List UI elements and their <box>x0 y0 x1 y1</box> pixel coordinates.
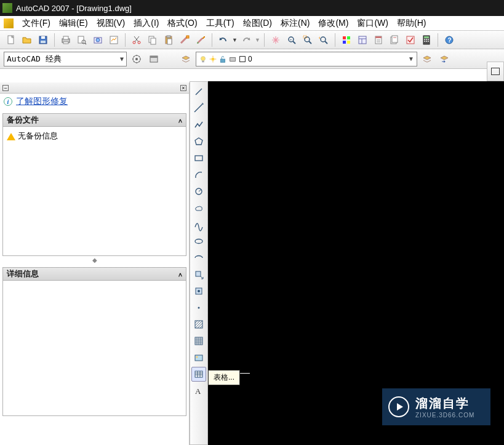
svg-line-9 <box>85 43 86 44</box>
recovery-help-link[interactable]: 了解图形修复 <box>16 96 68 107</box>
detail-section-header[interactable]: 详细信息 ʌ <box>2 267 186 281</box>
menu-modify[interactable]: 修改(M) <box>318 18 348 29</box>
svg-rect-62 <box>230 57 236 61</box>
watermark-main: 溜溜自学 <box>415 395 474 412</box>
panel-resizer[interactable]: ◆ <box>0 256 189 263</box>
publish-icon[interactable] <box>90 33 105 47</box>
plot-icon[interactable] <box>106 33 121 47</box>
ellipse-arc-icon[interactable] <box>191 251 206 265</box>
menu-window[interactable]: 窗口(W) <box>357 18 388 29</box>
svg-line-28 <box>325 41 327 44</box>
polyline-icon[interactable] <box>191 118 206 132</box>
menu-draw[interactable]: 绘图(D) <box>243 18 272 29</box>
menu-tools[interactable]: 工具(T) <box>206 18 234 29</box>
right-tool-button[interactable] <box>487 62 504 81</box>
menu-help[interactable]: 帮助(H) <box>397 18 426 29</box>
workspace-settings-icon[interactable] <box>129 52 144 66</box>
properties-icon[interactable] <box>339 33 354 47</box>
detail-header-label: 详细信息 <box>7 268 39 279</box>
menu-dimension[interactable]: 标注(N) <box>281 18 310 29</box>
rectangle-icon[interactable] <box>191 151 206 166</box>
drawing-canvas[interactable]: 溜溜自学 ZIXUE.3D66.COM <box>208 81 504 445</box>
layer-previous-icon[interactable] <box>437 52 452 66</box>
polygon-icon[interactable] <box>191 134 206 149</box>
menu-format[interactable]: 格式(O) <box>167 18 197 29</box>
workspace-lock-icon[interactable] <box>146 52 161 66</box>
chevron-up-icon: ʌ <box>178 117 182 124</box>
layer-states-icon[interactable] <box>420 52 434 66</box>
table-icon[interactable]: 表格... <box>191 367 206 382</box>
gradient-icon[interactable] <box>191 334 206 348</box>
point-icon[interactable] <box>191 300 206 315</box>
svg-line-22 <box>293 41 295 44</box>
save-icon[interactable] <box>36 33 50 47</box>
rectangle-icon <box>491 68 500 75</box>
workspace-select[interactable]: AutoCAD 经典 ▼ <box>4 52 127 66</box>
xline-icon[interactable] <box>191 101 206 116</box>
layer-select[interactable]: 0 ▼ <box>196 52 417 66</box>
markup-icon[interactable] <box>403 33 418 47</box>
separator <box>54 33 55 47</box>
svg-marker-66 <box>195 138 202 145</box>
title-bar: AutoCAD 2007 - [Drawing1.dwg] <box>0 0 504 16</box>
svg-rect-31 <box>343 41 346 44</box>
svg-point-74 <box>198 307 200 309</box>
circle-icon[interactable] <box>191 184 206 199</box>
menu-view[interactable]: 视图(V) <box>97 18 126 29</box>
arc-icon[interactable] <box>191 167 206 182</box>
cut-icon[interactable] <box>129 33 144 47</box>
tooltip: 表格... <box>208 370 240 385</box>
designcenter-icon[interactable] <box>355 33 370 47</box>
block-insert-icon[interactable] <box>191 267 206 282</box>
text-icon[interactable]: A <box>191 383 206 398</box>
drawing-area-wrap: 表格... A 溜溜自学 ZIXUE.3D66.COM <box>190 81 504 445</box>
redo-icon[interactable] <box>239 33 254 47</box>
calc-icon[interactable] <box>419 33 434 47</box>
menu-bar: 文件(F) 编辑(E) 视图(V) 插入(I) 格式(O) 工具(T) 绘图(D… <box>0 16 504 31</box>
collapse-icon[interactable]: − <box>2 85 9 91</box>
open-icon[interactable] <box>20 33 34 47</box>
spline-icon[interactable] <box>191 217 206 232</box>
revcloud-icon[interactable] <box>191 201 206 215</box>
pan-icon[interactable] <box>268 33 283 47</box>
menu-insert[interactable]: 插入(I) <box>134 18 159 29</box>
menu-icon[interactable] <box>4 18 14 28</box>
zoom-realtime-icon[interactable]: + <box>284 33 299 47</box>
menu-file[interactable]: 文件(F) <box>22 18 50 29</box>
svg-rect-61 <box>221 59 225 62</box>
svg-point-70 <box>195 239 202 244</box>
svg-rect-29 <box>343 36 346 39</box>
detail-section-body <box>2 281 186 416</box>
svg-text:+: + <box>290 38 292 41</box>
plot-enabled-icon <box>228 55 237 63</box>
print-icon[interactable] <box>58 33 73 47</box>
svg-rect-48 <box>428 39 429 40</box>
zoom-previous-icon[interactable] <box>316 33 331 47</box>
help-icon[interactable]: ? <box>442 33 457 47</box>
undo-icon[interactable] <box>216 33 231 47</box>
region-icon[interactable] <box>191 350 206 365</box>
paste-icon[interactable] <box>161 33 176 47</box>
zoom-window-icon[interactable] <box>300 33 315 47</box>
match-icon[interactable] <box>177 33 192 47</box>
block-make-icon[interactable] <box>191 284 206 299</box>
line-icon[interactable] <box>191 84 206 99</box>
copy-icon[interactable] <box>145 33 160 47</box>
toolpalettes-icon[interactable] <box>371 33 386 47</box>
ellipse-icon[interactable] <box>191 234 206 249</box>
info-icon: i <box>4 97 12 106</box>
menu-edit[interactable]: 编辑(E) <box>59 18 88 29</box>
chevron-up-icon: ʌ <box>178 271 182 278</box>
undo-dropdown[interactable]: ▼ <box>232 37 238 43</box>
redo-dropdown[interactable]: ▼ <box>255 37 260 43</box>
brush-icon[interactable] <box>193 33 208 47</box>
close-icon[interactable]: × <box>180 85 186 91</box>
layer-manager-icon[interactable] <box>178 52 193 66</box>
sheetset-icon[interactable] <box>387 33 402 47</box>
watermark-sub: ZIXUE.3D66.COM <box>415 412 474 419</box>
svg-rect-33 <box>359 36 366 44</box>
backup-section-header[interactable]: 备份文件 ʌ <box>2 113 186 127</box>
new-icon[interactable] <box>4 33 18 47</box>
preview-icon[interactable] <box>74 33 89 47</box>
hatch-icon[interactable] <box>191 317 206 332</box>
